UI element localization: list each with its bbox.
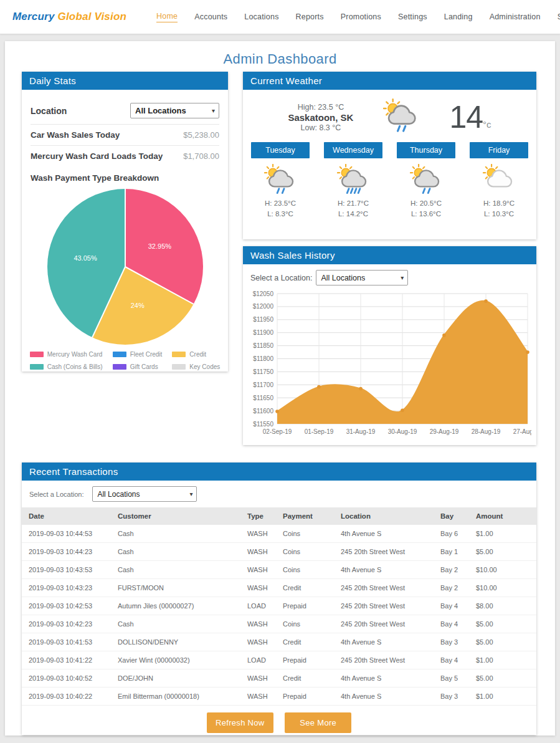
nav-item-settings[interactable]: Settings	[398, 12, 427, 21]
weather-panel: Current Weather High: 23.5 °C Saskatoon,…	[243, 72, 536, 239]
transactions-table: DateCustomerTypePaymentLocationBayAmount…	[22, 507, 536, 706]
cell-customer: FURST/MOON	[114, 579, 244, 597]
cell-payment: Credit	[279, 669, 337, 688]
svg-text:$11850: $11850	[253, 342, 273, 349]
cell-payment: Credit	[279, 633, 337, 651]
main-content: Admin Dashboard Daily Stats Location All…	[5, 41, 555, 736]
location-select[interactable]: All Locations	[130, 103, 219, 118]
day-high: H: 18.9°C	[470, 199, 528, 207]
cell-date: 2019-09-03 10:40:52	[22, 669, 114, 688]
svg-text:28-Aug-19: 28-Aug-19	[472, 428, 501, 435]
nav-item-accounts[interactable]: Accounts	[194, 12, 227, 21]
svg-text:$12050: $12050	[253, 290, 274, 297]
cell-date: 2019-09-03 10:44:53	[22, 525, 114, 543]
day-high: H: 21.7°C	[324, 199, 382, 207]
temp-unit: °c	[483, 119, 491, 130]
cell-date: 2019-09-03 10:44:23	[22, 543, 114, 561]
column-header-amount: Amount	[472, 507, 536, 525]
see-more-button[interactable]: See More	[285, 712, 351, 733]
stat-label: Mercury Wash Card Loads Today	[31, 151, 163, 161]
sun-cloud-icon	[470, 164, 528, 196]
cell-customer: Emil Bitterman (00000018)	[114, 688, 244, 706]
cell-bay: Bay 3	[437, 688, 472, 706]
wash-history-header: Wash Sales History	[243, 246, 536, 264]
cell-payment: Prepaid	[279, 688, 337, 706]
day-button-tuesday[interactable]: Tuesday	[251, 142, 310, 158]
day-low: L: 14.2°C	[324, 210, 382, 218]
day-button-wednesday[interactable]: Wednesday	[324, 142, 382, 158]
day-button-thursday[interactable]: Thursday	[397, 142, 455, 158]
nav-item-reports[interactable]: Reports	[296, 12, 324, 21]
nav-item-landing[interactable]: Landing	[444, 12, 473, 21]
cell-customer: Cash	[114, 525, 244, 543]
refresh-now-button[interactable]: Refresh Now	[207, 712, 273, 733]
cell-bay: Bay 3	[437, 633, 472, 651]
cell-type: WASH	[244, 669, 279, 688]
legend-swatch	[113, 364, 126, 370]
svg-text:$11700: $11700	[253, 381, 273, 388]
pie-slice-label: 32.95%	[148, 242, 171, 250]
pie-slice-label: 24%	[131, 302, 145, 309]
forecast-day-friday: Friday H: 18.9°CL: 10.3°C	[470, 142, 528, 218]
sun-cloud-rain-icon	[251, 164, 310, 196]
table-row: 2019-09-03 10:41:22Xavier Wint (00000032…	[22, 651, 536, 669]
cell-customer: Autumn Jiles (00000027)	[114, 597, 244, 615]
column-header-bay: Bay	[437, 507, 472, 525]
cell-date: 2019-09-03 10:41:53	[22, 633, 114, 651]
recent-transactions-panel: Recent Transactions Select a Location: A…	[22, 463, 536, 735]
table-row: 2019-09-03 10:44:53CashWASHCoins4th Aven…	[22, 525, 536, 543]
transactions-select-wrap: All Locations	[92, 486, 197, 502]
stat-row-card-loads: Mercury Wash Card Loads Today $1,708.00	[31, 146, 219, 166]
cell-date: 2019-09-03 10:42:23	[22, 615, 114, 633]
cell-type: LOAD	[244, 651, 279, 669]
svg-text:$12000: $12000	[253, 303, 274, 310]
weather-header: Current Weather	[243, 72, 536, 90]
legend-label: Cash (Coins & Bills)	[47, 363, 103, 370]
wash-history-select-row: Select a Location: All Locations	[243, 264, 536, 287]
nav-item-administration[interactable]: Administration	[490, 12, 541, 21]
forecast-day-wednesday: Wednesday H: 21.7°CL: 14.2°C	[324, 142, 382, 218]
legend-label: Credit	[189, 351, 206, 358]
cell-type: WASH	[244, 633, 279, 651]
svg-text:$11750: $11750	[253, 368, 273, 375]
nav-item-home[interactable]: Home	[156, 12, 178, 22]
cell-amount: $1.00	[472, 651, 536, 669]
cell-location: 245 20th Street West	[337, 615, 437, 633]
day-button-friday[interactable]: Friday	[470, 142, 528, 158]
sales-area-chart: $11550$11600$11650$11700$11750$11800$118…	[243, 287, 536, 443]
cell-date: 2019-09-03 10:43:53	[22, 561, 114, 579]
table-row: 2019-09-03 10:40:22Emil Bitterman (00000…	[22, 688, 536, 706]
cell-payment: Prepaid	[279, 651, 337, 669]
sun-cloud-rain-icon	[397, 164, 455, 196]
cell-location: 4th Avenue S	[337, 669, 437, 688]
day-high: H: 23.5°C	[251, 199, 310, 207]
column-header-customer: Customer	[114, 507, 244, 525]
nav-item-support[interactable]: Support	[558, 12, 560, 21]
app-logo: Mercury Global Vision	[12, 11, 126, 23]
cell-amount: $10.00	[472, 561, 536, 579]
svg-text:01-Sep-19: 01-Sep-19	[305, 428, 334, 435]
transactions-header: Recent Transactions	[22, 463, 536, 481]
cell-location: 4th Avenue S	[337, 525, 437, 543]
wash-history-location-select[interactable]: All Locations	[316, 270, 408, 285]
transactions-location-select[interactable]: All Locations	[92, 486, 197, 502]
cell-payment: Coins	[279, 615, 337, 633]
svg-text:$11900: $11900	[253, 329, 273, 336]
day-high: H: 20.5°C	[397, 199, 455, 207]
transactions-buttons: Refresh Now See More	[22, 712, 536, 733]
cell-amount: $1.00	[472, 525, 536, 543]
table-row: 2019-09-03 10:43:23FURST/MOONWASHCredit2…	[22, 579, 536, 597]
pie-legend: Mercury Wash CardFleet CreditCreditCash …	[31, 351, 219, 370]
column-header-location: Location	[337, 507, 437, 525]
nav-item-promotions[interactable]: Promotions	[341, 12, 381, 21]
cell-bay: Bay 6	[437, 525, 472, 543]
svg-text:$11950: $11950	[253, 316, 273, 323]
current-low: Low: 8.3 °C	[288, 123, 353, 132]
table-row: 2019-09-03 10:43:53CashWASHCoins4th Aven…	[22, 561, 536, 579]
legend-item: Credit	[172, 351, 220, 358]
current-city: Saskatoon, SK	[288, 112, 353, 123]
stat-row-car-wash-sales: Car Wash Sales Today $5,238.00	[31, 125, 219, 146]
table-header-row: DateCustomerTypePaymentLocationBayAmount	[22, 507, 536, 525]
cell-location: 4th Avenue S	[337, 633, 437, 651]
nav-item-locations[interactable]: Locations	[244, 12, 278, 21]
